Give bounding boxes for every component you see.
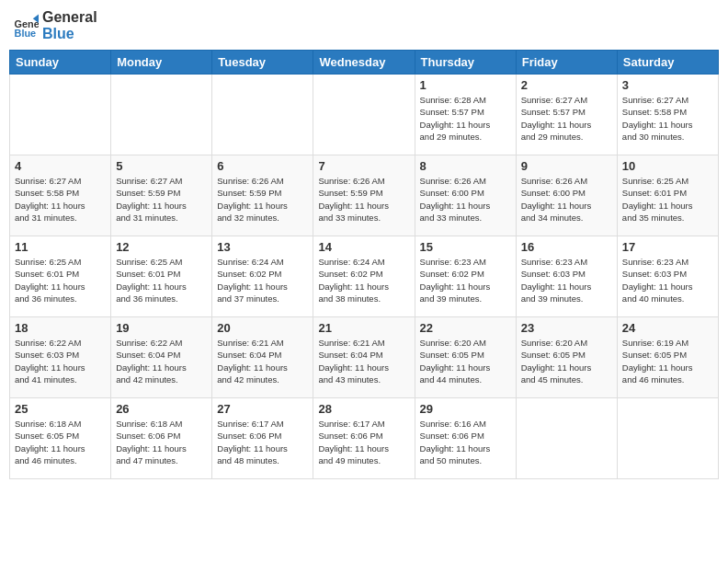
calendar-cell: 18Sunrise: 6:22 AM Sunset: 6:03 PM Dayli… — [10, 317, 111, 398]
calendar-cell: 19Sunrise: 6:22 AM Sunset: 6:04 PM Dayli… — [111, 317, 212, 398]
svg-text:Blue: Blue — [15, 28, 37, 39]
day-number: 6 — [217, 159, 308, 173]
day-number: 14 — [318, 240, 409, 254]
calendar-cell — [313, 75, 415, 155]
day-number: 24 — [622, 321, 713, 335]
day-info: Sunrise: 6:27 AM Sunset: 5:58 PM Dayligh… — [622, 94, 713, 143]
day-info: Sunrise: 6:23 AM Sunset: 6:03 PM Dayligh… — [622, 256, 713, 304]
calendar-cell — [617, 398, 718, 479]
day-info: Sunrise: 6:27 AM Sunset: 5:57 PM Dayligh… — [521, 94, 612, 143]
logo-blue: Blue — [42, 26, 97, 42]
calendar-cell: 12Sunrise: 6:25 AM Sunset: 6:01 PM Dayli… — [111, 236, 212, 317]
day-number: 22 — [420, 321, 511, 335]
calendar-week-3: 11Sunrise: 6:25 AM Sunset: 6:01 PM Dayli… — [10, 236, 719, 317]
day-number: 28 — [318, 402, 409, 416]
weekday-header-row: SundayMondayTuesdayWednesdayThursdayFrid… — [10, 51, 719, 75]
calendar-cell: 11Sunrise: 6:25 AM Sunset: 6:01 PM Dayli… — [10, 236, 111, 317]
day-info: Sunrise: 6:20 AM Sunset: 6:05 PM Dayligh… — [521, 337, 612, 385]
calendar-week-5: 25Sunrise: 6:18 AM Sunset: 6:05 PM Dayli… — [10, 398, 719, 479]
day-number: 1 — [420, 78, 511, 92]
day-number: 3 — [622, 78, 713, 92]
day-number: 2 — [521, 78, 612, 92]
day-info: Sunrise: 6:22 AM Sunset: 6:04 PM Dayligh… — [116, 337, 207, 385]
calendar-table: SundayMondayTuesdayWednesdayThursdayFrid… — [9, 50, 719, 479]
calendar-cell: 21Sunrise: 6:21 AM Sunset: 6:04 PM Dayli… — [313, 317, 415, 398]
calendar-cell: 25Sunrise: 6:18 AM Sunset: 6:05 PM Dayli… — [10, 398, 111, 479]
day-number: 8 — [420, 159, 511, 173]
day-number: 7 — [318, 159, 409, 173]
day-info: Sunrise: 6:28 AM Sunset: 5:57 PM Dayligh… — [420, 94, 511, 143]
calendar-cell: 10Sunrise: 6:25 AM Sunset: 6:01 PM Dayli… — [617, 155, 718, 236]
day-info: Sunrise: 6:21 AM Sunset: 6:04 PM Dayligh… — [318, 337, 409, 385]
day-info: Sunrise: 6:21 AM Sunset: 6:04 PM Dayligh… — [217, 337, 308, 385]
calendar-cell: 1Sunrise: 6:28 AM Sunset: 5:57 PM Daylig… — [415, 75, 516, 155]
calendar-week-4: 18Sunrise: 6:22 AM Sunset: 6:03 PM Dayli… — [10, 317, 719, 398]
calendar-cell: 28Sunrise: 6:17 AM Sunset: 6:06 PM Dayli… — [313, 398, 415, 479]
calendar-cell — [516, 398, 617, 479]
day-number: 13 — [217, 240, 308, 254]
day-number: 20 — [217, 321, 308, 335]
day-number: 19 — [116, 321, 207, 335]
day-info: Sunrise: 6:22 AM Sunset: 6:03 PM Dayligh… — [15, 337, 106, 385]
day-number: 17 — [622, 240, 713, 254]
calendar-body: 1Sunrise: 6:28 AM Sunset: 5:57 PM Daylig… — [10, 75, 719, 479]
day-info: Sunrise: 6:27 AM Sunset: 5:58 PM Dayligh… — [15, 175, 106, 224]
calendar-cell: 9Sunrise: 6:26 AM Sunset: 6:00 PM Daylig… — [516, 155, 617, 236]
calendar-cell: 16Sunrise: 6:23 AM Sunset: 6:03 PM Dayli… — [516, 236, 617, 317]
weekday-header-saturday: Saturday — [617, 51, 718, 75]
calendar-week-1: 1Sunrise: 6:28 AM Sunset: 5:57 PM Daylig… — [10, 75, 719, 155]
day-info: Sunrise: 6:26 AM Sunset: 6:00 PM Dayligh… — [521, 175, 612, 224]
calendar-cell — [111, 75, 212, 155]
calendar-cell: 6Sunrise: 6:26 AM Sunset: 5:59 PM Daylig… — [212, 155, 313, 236]
day-info: Sunrise: 6:18 AM Sunset: 6:05 PM Dayligh… — [15, 418, 106, 466]
day-info: Sunrise: 6:20 AM Sunset: 6:05 PM Dayligh… — [420, 337, 511, 385]
calendar-cell: 26Sunrise: 6:18 AM Sunset: 6:06 PM Dayli… — [111, 398, 212, 479]
day-info: Sunrise: 6:18 AM Sunset: 6:06 PM Dayligh… — [116, 418, 207, 466]
logo-icon: General Blue — [13, 13, 39, 39]
weekday-header-sunday: Sunday — [10, 51, 111, 75]
day-info: Sunrise: 6:23 AM Sunset: 6:03 PM Dayligh… — [521, 256, 612, 304]
logo-general: General — [42, 9, 97, 26]
day-info: Sunrise: 6:24 AM Sunset: 6:02 PM Dayligh… — [318, 256, 409, 304]
calendar-cell: 5Sunrise: 6:27 AM Sunset: 5:59 PM Daylig… — [111, 155, 212, 236]
calendar-cell: 3Sunrise: 6:27 AM Sunset: 5:58 PM Daylig… — [617, 75, 718, 155]
day-number: 23 — [521, 321, 612, 335]
calendar-cell: 13Sunrise: 6:24 AM Sunset: 6:02 PM Dayli… — [212, 236, 313, 317]
calendar-cell: 23Sunrise: 6:20 AM Sunset: 6:05 PM Dayli… — [516, 317, 617, 398]
calendar-cell: 24Sunrise: 6:19 AM Sunset: 6:05 PM Dayli… — [617, 317, 718, 398]
weekday-header-thursday: Thursday — [415, 51, 516, 75]
calendar-cell: 27Sunrise: 6:17 AM Sunset: 6:06 PM Dayli… — [212, 398, 313, 479]
calendar-cell: 20Sunrise: 6:21 AM Sunset: 6:04 PM Dayli… — [212, 317, 313, 398]
calendar-week-2: 4Sunrise: 6:27 AM Sunset: 5:58 PM Daylig… — [10, 155, 719, 236]
day-info: Sunrise: 6:26 AM Sunset: 6:00 PM Dayligh… — [420, 175, 511, 224]
day-number: 16 — [521, 240, 612, 254]
logo: General Blue General Blue — [13, 9, 97, 42]
day-number: 29 — [420, 402, 511, 416]
weekday-header-friday: Friday — [516, 51, 617, 75]
calendar-cell: 15Sunrise: 6:23 AM Sunset: 6:02 PM Dayli… — [415, 236, 516, 317]
calendar-cell: 14Sunrise: 6:24 AM Sunset: 6:02 PM Dayli… — [313, 236, 415, 317]
day-info: Sunrise: 6:27 AM Sunset: 5:59 PM Dayligh… — [116, 175, 207, 224]
calendar-cell — [10, 75, 111, 155]
header: General Blue General Blue — [9, 9, 719, 42]
day-info: Sunrise: 6:25 AM Sunset: 6:01 PM Dayligh… — [622, 175, 713, 224]
day-number: 11 — [15, 240, 106, 254]
calendar-cell: 2Sunrise: 6:27 AM Sunset: 5:57 PM Daylig… — [516, 75, 617, 155]
weekday-header-tuesday: Tuesday — [212, 51, 313, 75]
day-info: Sunrise: 6:25 AM Sunset: 6:01 PM Dayligh… — [15, 256, 106, 304]
calendar-cell: 7Sunrise: 6:26 AM Sunset: 5:59 PM Daylig… — [313, 155, 415, 236]
day-number: 12 — [116, 240, 207, 254]
day-number: 10 — [622, 159, 713, 173]
calendar-cell — [212, 75, 313, 155]
calendar-cell: 22Sunrise: 6:20 AM Sunset: 6:05 PM Dayli… — [415, 317, 516, 398]
day-info: Sunrise: 6:23 AM Sunset: 6:02 PM Dayligh… — [420, 256, 511, 304]
day-info: Sunrise: 6:19 AM Sunset: 6:05 PM Dayligh… — [622, 337, 713, 385]
day-number: 4 — [15, 159, 106, 173]
day-info: Sunrise: 6:26 AM Sunset: 5:59 PM Dayligh… — [217, 175, 308, 224]
calendar-cell: 17Sunrise: 6:23 AM Sunset: 6:03 PM Dayli… — [617, 236, 718, 317]
day-number: 15 — [420, 240, 511, 254]
day-number: 21 — [318, 321, 409, 335]
day-number: 27 — [217, 402, 308, 416]
calendar-cell: 8Sunrise: 6:26 AM Sunset: 6:00 PM Daylig… — [415, 155, 516, 236]
day-info: Sunrise: 6:16 AM Sunset: 6:06 PM Dayligh… — [420, 418, 511, 466]
